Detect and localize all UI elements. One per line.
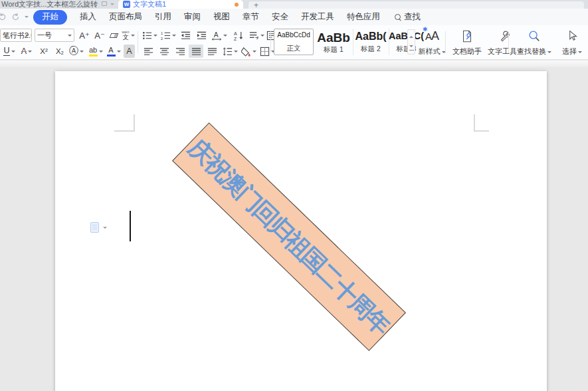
cursor-arrow-icon xyxy=(566,29,578,43)
shading-bucket-icon xyxy=(241,47,251,57)
increase-indent-icon xyxy=(197,31,207,41)
style-heading2[interactable]: AaBb( 标题 2 xyxy=(353,29,388,55)
document-canvas[interactable]: 庆祝澳门回归祖国二十周年 xyxy=(0,67,588,391)
redo-icon[interactable] xyxy=(11,13,20,21)
tab-home[interactable]: 开始 xyxy=(33,10,67,25)
decrease-indent-button[interactable] xyxy=(178,29,193,42)
increase-indent-button[interactable] xyxy=(194,29,209,42)
undo-icon[interactable] xyxy=(0,13,7,21)
document-page[interactable]: 庆祝澳门回归祖国二十周年 xyxy=(55,71,547,391)
highlighter-icon: ab xyxy=(89,47,98,57)
new-style-button[interactable]: ✱AA 新样式 xyxy=(419,29,445,57)
tab-review[interactable]: 审阅 xyxy=(184,11,201,23)
font-name-combobox[interactable]: 笔行书2.0 xyxy=(0,29,32,42)
tab-developer[interactable]: 开发工具 xyxy=(301,11,334,23)
font-color-button[interactable]: A xyxy=(105,45,122,58)
new-tab-button[interactable]: + xyxy=(248,2,264,9)
tab-actions xyxy=(102,1,114,7)
pinyin-icon: wén 文 xyxy=(122,30,129,41)
character-shading-button[interactable]: A xyxy=(124,45,135,58)
chevron-down-icon xyxy=(153,35,157,39)
align-right-button[interactable] xyxy=(173,45,187,58)
doc-tab-current-document[interactable]: W 文字文稿1 xyxy=(118,0,243,9)
tab-section[interactable]: 章节 xyxy=(243,11,259,23)
doc-tab-label: 文字文稿1 xyxy=(133,0,232,9)
underline-button[interactable]: U xyxy=(1,45,17,58)
align-center-icon xyxy=(159,47,169,57)
share-screen-icon[interactable] xyxy=(102,1,107,6)
font-size-value: 一号 xyxy=(37,31,52,41)
justify-icon xyxy=(191,47,201,57)
style-heading1[interactable]: AaBb 标题 1 xyxy=(315,29,352,55)
search-icon xyxy=(395,14,401,21)
find-replace-button[interactable]: 查找替换 xyxy=(513,29,555,57)
chevron-down-icon xyxy=(252,51,256,55)
ribbon-search[interactable]: 查找 xyxy=(395,11,421,23)
history-controls xyxy=(0,13,31,21)
text-effects-button[interactable]: Ⓐ xyxy=(68,45,85,58)
character-scale-button[interactable]: A xyxy=(210,29,229,42)
tab-security[interactable]: 安全 xyxy=(272,11,288,23)
document-wrench-icon xyxy=(460,29,474,43)
find-replace-label: 查找替换 xyxy=(517,47,546,57)
align-center-button[interactable] xyxy=(157,45,171,58)
new-style-icon: ✱AA xyxy=(425,29,439,43)
chevron-down-icon xyxy=(234,51,238,55)
margin-crop-mark-right xyxy=(474,114,489,132)
increase-font-size-button[interactable]: A⁺ xyxy=(77,29,92,42)
align-left-button[interactable] xyxy=(141,45,155,58)
rotated-textbox[interactable]: 庆祝澳门回归祖国二十周年 xyxy=(172,122,406,351)
font-color-icon: A xyxy=(107,47,116,57)
chevron-down-icon xyxy=(223,35,227,39)
select-button[interactable]: 选择 xyxy=(557,29,587,57)
svg-text:A: A xyxy=(234,31,237,35)
sort-button[interactable]: AZ xyxy=(231,29,246,42)
doc-assistant-button[interactable]: 文档助手 xyxy=(449,29,485,57)
justify-button[interactable] xyxy=(189,45,203,58)
chevron-down-icon xyxy=(11,51,15,55)
page-quick-widget[interactable] xyxy=(90,222,107,233)
distribute-icon xyxy=(207,47,217,57)
tab-page-layout[interactable]: 页面布局 xyxy=(109,11,142,23)
doc-tab-browser-article[interactable]: Word文字技...文本框怎么旋转 xyxy=(0,0,118,9)
decrease-font-size-button[interactable]: A⁻ xyxy=(92,29,107,42)
select-label: 选择 xyxy=(562,47,577,57)
numbered-list-button[interactable]: 12 xyxy=(159,29,177,42)
distribute-text-button[interactable] xyxy=(205,45,219,58)
clear-format-button[interactable] xyxy=(107,29,120,42)
history-dropdown-icon[interactable] xyxy=(25,16,29,20)
document-tab-bar: Word文字技...文本框怎么旋转 W 文字文稿1 + xyxy=(0,0,588,9)
superscript-button[interactable]: X² xyxy=(37,45,51,58)
highlight-color-button[interactable]: ab xyxy=(86,45,105,58)
eraser-icon xyxy=(109,33,118,38)
magnifier-icon xyxy=(528,29,541,43)
show-paragraph-marks-button[interactable] xyxy=(247,29,266,42)
gallery-more-button[interactable] xyxy=(409,45,414,51)
line-spacing-button[interactable] xyxy=(221,45,239,58)
shading-button[interactable] xyxy=(239,45,258,58)
bullet-list-button[interactable] xyxy=(141,29,158,42)
search-label: 查找 xyxy=(404,11,421,23)
svg-text:1: 1 xyxy=(161,31,163,35)
decrease-indent-icon xyxy=(181,31,191,41)
font-size-combobox[interactable]: 一号 xyxy=(35,29,74,42)
chevron-down-icon[interactable] xyxy=(110,3,114,7)
tab-references[interactable]: 引用 xyxy=(155,11,171,23)
phonetic-guide-button[interactable]: wén 文 xyxy=(120,29,136,42)
strikethrough-button[interactable]: A xyxy=(19,45,35,58)
chevron-down-icon xyxy=(260,35,264,39)
tab-view[interactable]: 视图 xyxy=(213,11,230,23)
chevron-down-icon xyxy=(131,35,135,39)
chevron-down-icon xyxy=(172,35,176,39)
tab-insert[interactable]: 插入 xyxy=(80,11,96,23)
numbered-list-icon: 12 xyxy=(161,31,171,41)
scroll-up-icon[interactable] xyxy=(409,34,413,38)
subscript-button[interactable]: X₂ xyxy=(52,45,67,58)
tab-special-features[interactable]: 特色应用 xyxy=(347,11,380,23)
style-label: 正文 xyxy=(287,44,301,53)
style-normal[interactable]: AaBbCcDd 正文 xyxy=(274,29,314,55)
svg-text:Z: Z xyxy=(234,36,237,40)
unsaved-changes-dot xyxy=(235,3,239,7)
chevron-down-icon xyxy=(80,51,84,55)
chevron-down-icon xyxy=(68,35,72,39)
